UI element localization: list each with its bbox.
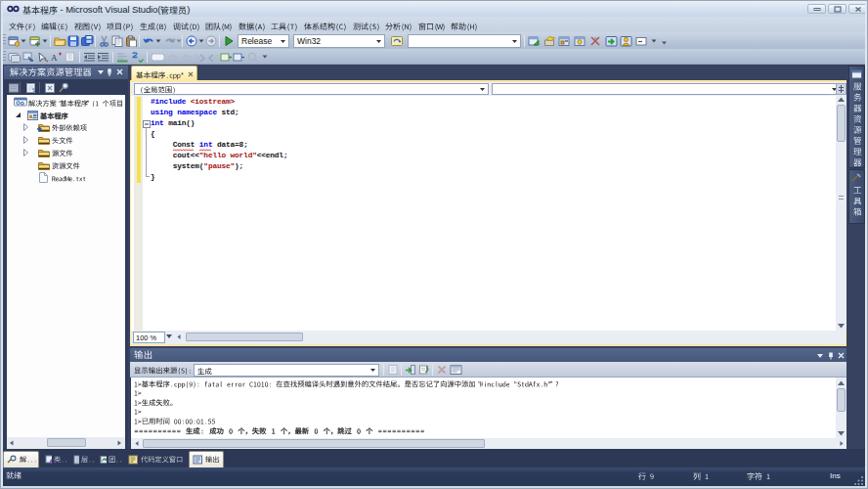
svg-text:A: A	[51, 53, 58, 63]
